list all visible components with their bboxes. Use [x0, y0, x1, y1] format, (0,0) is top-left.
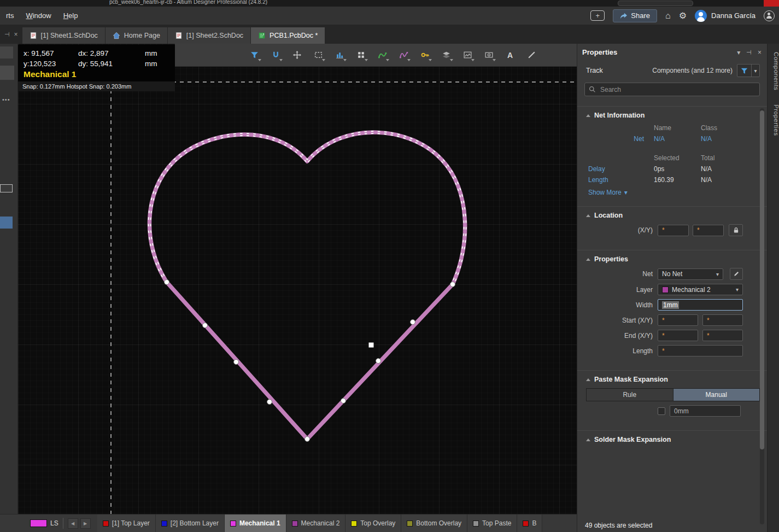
close-icon[interactable]: ×	[14, 31, 18, 38]
layer-tab-bottom-layer[interactable]: [2] Bottom Layer	[156, 515, 225, 532]
home-page-icon	[113, 32, 120, 39]
menu-item-help[interactable]: Help	[57, 9, 84, 22]
share-button[interactable]: Share	[613, 9, 657, 22]
tab-pcb1-pcbdoc[interactable]: PCB1.PcbDoc *	[251, 27, 325, 44]
search-input[interactable]	[584, 83, 760, 96]
heart-track-outline[interactable]	[149, 132, 465, 441]
layer-select[interactable]: Mechanical 2 ▾	[658, 284, 743, 295]
gear-icon[interactable]: ⚙	[679, 11, 687, 20]
panel-tab-properties[interactable]: Properties	[768, 98, 779, 142]
paste-mask-value-field[interactable]: 0mm	[670, 405, 741, 417]
track-vertex-pads[interactable]	[165, 280, 455, 442]
funnel-icon	[737, 65, 751, 77]
section-solder-mask: Solder Mask Expansion	[577, 430, 767, 454]
layer-tab-label: Mechanical 2	[301, 519, 340, 527]
layer-set-label[interactable]: LS	[50, 519, 58, 527]
layer-tab-mechanical-2[interactable]: Mechanical 2	[286, 515, 346, 532]
end-x-field[interactable]: *	[658, 330, 698, 341]
scrollbar-thumb[interactable]	[760, 110, 764, 449]
hud-unit: mm	[145, 59, 157, 69]
left-strip-button[interactable]	[0, 66, 14, 80]
right-arc-pads[interactable]	[307, 132, 465, 284]
pin-icon[interactable]: ⊤	[746, 50, 753, 55]
hud-coords-y: y:120,523 dy: 55,941 mm	[18, 59, 175, 69]
scroll-layers-left-button[interactable]: ◀	[68, 518, 78, 529]
net-row: Net No Net ▾	[586, 268, 760, 280]
section-header[interactable]: Properties	[586, 255, 760, 263]
collapse-icon	[586, 258, 590, 261]
hud-unit: mm	[145, 48, 157, 59]
chevron-down-icon[interactable]: ▾	[751, 65, 759, 77]
start-x-field[interactable]: *	[658, 314, 698, 326]
start-y-field[interactable]: *	[702, 314, 743, 326]
account-button[interactable]: Danna García	[695, 10, 755, 22]
profile-icon[interactable]	[764, 10, 775, 21]
collapse-icon	[586, 214, 590, 217]
collapse-icon	[586, 114, 590, 117]
left-strip-selected-item[interactable]	[0, 217, 13, 229]
end-y-field[interactable]: *	[702, 330, 743, 341]
lock-icon[interactable]	[729, 224, 743, 236]
pcb-canvas[interactable]: A	[18, 44, 577, 514]
tab-sheet2-schdoc[interactable]: [1] Sheet2.SchDoc	[168, 27, 250, 44]
window-close-button[interactable]	[764, 0, 779, 7]
section-header[interactable]: Solder Mask Expansion	[586, 436, 760, 443]
edit-net-icon[interactable]	[730, 268, 743, 280]
panel-tab-components[interactable]: Components	[768, 46, 779, 96]
filter-button[interactable]: ▾	[737, 64, 760, 77]
show-more-link[interactable]: Show More ▾	[586, 189, 760, 196]
titlebar-search[interactable]	[618, 1, 693, 6]
free-pad[interactable]	[369, 343, 374, 348]
left-arc-pads[interactable]	[149, 135, 307, 282]
add-comment-icon[interactable]: +	[590, 10, 605, 21]
tab-sheet1-schdoc[interactable]: [1] Sheet1.SchDoc	[22, 27, 105, 44]
home-icon[interactable]: ⌂	[665, 11, 671, 20]
menu-item-reports[interactable]: rts	[0, 9, 20, 22]
left-strip-tab[interactable]	[0, 46, 13, 59]
layer-tab-mechanical-1[interactable]: Mechanical 1	[225, 515, 286, 532]
layer-tab-top-layer[interactable]: [1] Top Layer	[97, 515, 156, 532]
location-y-field[interactable]: *	[693, 225, 724, 236]
panel-title: Properties	[582, 48, 617, 56]
length-label: Length	[586, 347, 658, 355]
paste-mask-checkbox[interactable]	[658, 407, 665, 415]
layer-tab-top-paste[interactable]: Top Paste	[467, 515, 517, 532]
ellipsis-icon[interactable]: •••	[2, 96, 10, 103]
manual-option[interactable]: Manual	[673, 389, 760, 401]
location-xy-row: (X/Y) * *	[586, 224, 760, 236]
rule-option[interactable]: Rule	[587, 389, 673, 401]
width-field[interactable]: 1mm	[658, 299, 743, 311]
divider	[63, 518, 63, 529]
scroll-layers-right-button[interactable]: ▶	[80, 518, 91, 529]
width-row: Width 1mm	[586, 299, 760, 311]
layer-tab-bottom-overlay[interactable]: Bottom Overlay	[401, 515, 467, 532]
section-header[interactable]: Location	[586, 212, 760, 219]
filter-scope[interactable]: Components (and 12 more)	[607, 67, 733, 74]
section-location: Location (X/Y) * *	[577, 206, 767, 245]
menu-item-window[interactable]: Window	[20, 9, 57, 22]
heart-track[interactable]	[149, 132, 465, 439]
tab-label: [1] Sheet1.SchDoc	[41, 32, 98, 39]
length-total-value: N/A	[701, 176, 740, 184]
tab-home-page[interactable]: Home Page	[106, 27, 167, 44]
location-x-field[interactable]: *	[658, 225, 689, 236]
chevron-down-icon[interactable]: ▾	[737, 49, 740, 56]
pin-icon[interactable]: ⊤	[3, 32, 10, 37]
current-layer-swatch[interactable]	[30, 519, 47, 527]
length-field[interactable]: *	[658, 345, 743, 356]
section-title: Net Information	[594, 112, 645, 119]
layer-select-value: Mechanical 2	[672, 286, 711, 294]
net-select[interactable]: No Net ▾	[658, 268, 723, 280]
length-selected-value: 160.39	[654, 176, 701, 184]
left-strip-outlined-item[interactable]	[0, 184, 13, 192]
length-row: Length *	[586, 345, 760, 356]
layer-tab-top-overlay[interactable]: Top Overlay	[345, 515, 401, 532]
panel-scrollbar[interactable]	[760, 108, 764, 524]
delay-total-value: N/A	[701, 165, 740, 173]
close-icon[interactable]: ×	[758, 49, 762, 56]
layer-color-swatch	[523, 521, 529, 527]
layer-tab-bottom-paste[interactable]: B	[517, 515, 542, 532]
left-arc-track	[149, 135, 307, 282]
section-header[interactable]: Paste Mask Expansion	[586, 376, 760, 383]
section-header[interactable]: Net Information	[586, 112, 760, 119]
